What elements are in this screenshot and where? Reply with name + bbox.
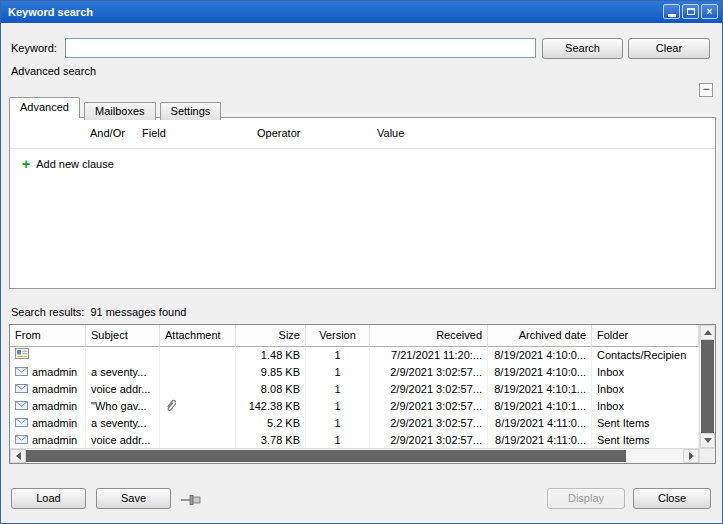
search-button[interactable]: Search bbox=[542, 38, 623, 59]
clause-col-field: Field bbox=[142, 127, 166, 139]
received-cell: 7/21/2021 11:20:... bbox=[370, 347, 488, 364]
folder-cell: Contacts/Recipien bbox=[592, 347, 699, 364]
window-title: Keyword search bbox=[8, 6, 93, 18]
tab-mailboxes[interactable]: Mailboxes bbox=[84, 102, 156, 120]
attachment-cell bbox=[160, 364, 236, 381]
column-header-received[interactable]: Received bbox=[370, 325, 488, 347]
table-row[interactable]: amadmin voice addr... 8.08 KB 1 2/9/2021… bbox=[10, 381, 699, 398]
folder-cell: Inbox bbox=[592, 364, 699, 381]
from-cell bbox=[10, 347, 86, 364]
pin-button[interactable] bbox=[180, 493, 204, 507]
close-button[interactable]: × bbox=[701, 4, 718, 19]
size-cell: 5.2 KB bbox=[236, 415, 306, 432]
folder-cell: Inbox bbox=[592, 381, 699, 398]
horizontal-scrollbar[interactable] bbox=[10, 448, 699, 463]
load-button[interactable]: Load bbox=[11, 488, 86, 509]
close-icon: × bbox=[707, 5, 713, 18]
subject-cell: "Who gav... bbox=[86, 398, 160, 415]
version-cell: 1 bbox=[306, 415, 370, 432]
minimize-button[interactable] bbox=[663, 4, 680, 19]
column-header-subject[interactable]: Subject bbox=[86, 325, 160, 347]
table-row[interactable]: 1.48 KB 1 7/21/2021 11:20:... 8/19/2021 … bbox=[10, 347, 699, 364]
subject-cell: a seventy... bbox=[86, 364, 160, 381]
tab-settings[interactable]: Settings bbox=[160, 102, 222, 120]
results-table: From Subject Attachment Size Version Rec… bbox=[9, 324, 716, 464]
collapse-section-button[interactable]: − bbox=[699, 83, 713, 97]
subject-cell: voice addr... bbox=[86, 432, 160, 448]
window-controls: × bbox=[663, 4, 718, 19]
results-summary: Search results:91 messages found bbox=[11, 306, 186, 318]
from-cell: amadmin bbox=[10, 415, 86, 432]
from-cell: amadmin bbox=[10, 381, 86, 398]
attachment-cell bbox=[160, 347, 236, 364]
subject-cell: a seventy... bbox=[86, 415, 160, 432]
keyword-input[interactable] bbox=[65, 38, 536, 58]
advanced-tab-panel: And/Or Field Operator Value +Add new cla… bbox=[9, 117, 716, 289]
envelope-icon bbox=[15, 381, 28, 398]
results-summary-value: 91 messages found bbox=[90, 306, 186, 318]
clause-col-operator: Operator bbox=[257, 127, 300, 139]
envelope-icon bbox=[15, 415, 28, 432]
folder-cell: Sent Items bbox=[592, 415, 699, 432]
version-cell: 1 bbox=[306, 364, 370, 381]
size-cell: 1.48 KB bbox=[236, 347, 306, 364]
from-text: amadmin bbox=[32, 415, 77, 432]
keyword-label: Keyword: bbox=[11, 42, 57, 54]
received-cell: 2/9/2021 3:02:57... bbox=[370, 381, 488, 398]
version-cell: 1 bbox=[306, 432, 370, 448]
table-row[interactable]: amadmin a seventy... 5.2 KB 1 2/9/2021 3… bbox=[10, 415, 699, 432]
arrow-right-icon bbox=[689, 452, 694, 460]
version-cell: 1 bbox=[306, 347, 370, 364]
size-cell: 9.85 KB bbox=[236, 364, 306, 381]
column-header-from[interactable]: From bbox=[10, 325, 86, 347]
results-header-row: From Subject Attachment Size Version Rec… bbox=[10, 325, 699, 347]
table-row[interactable]: amadmin voice addr... 3.78 KB 1 2/9/2021… bbox=[10, 432, 699, 448]
display-button[interactable]: Display bbox=[547, 488, 625, 509]
arrow-up-icon bbox=[704, 330, 712, 335]
scrollbar-corner bbox=[699, 448, 715, 463]
tab-advanced[interactable]: Advanced bbox=[9, 97, 80, 118]
save-button[interactable]: Save bbox=[96, 488, 171, 509]
column-header-size[interactable]: Size bbox=[236, 325, 306, 347]
column-header-attachment[interactable]: Attachment bbox=[160, 325, 236, 347]
column-header-archived[interactable]: Archived date bbox=[488, 325, 592, 347]
vertical-scroll-thumb[interactable] bbox=[701, 340, 714, 433]
table-row[interactable]: amadmin "Who gav... 142.38 KB 1 2/9/2021… bbox=[10, 398, 699, 415]
archived-cell: 8/19/2021 4:10:0... bbox=[488, 364, 592, 381]
archived-cell: 8/19/2021 4:10:0... bbox=[488, 347, 592, 364]
clause-header-row: And/Or Field Operator Value bbox=[10, 118, 715, 149]
envelope-icon bbox=[15, 364, 28, 381]
clear-button[interactable]: Clear bbox=[628, 38, 710, 59]
plus-icon: + bbox=[22, 156, 30, 172]
vertical-scrollbar[interactable] bbox=[699, 325, 715, 448]
column-header-version[interactable]: Version bbox=[306, 325, 370, 347]
table-row[interactable]: amadmin a seventy... 9.85 KB 1 2/9/2021 … bbox=[10, 364, 699, 381]
advanced-search-label[interactable]: Advanced search bbox=[11, 65, 96, 77]
from-text: amadmin bbox=[32, 381, 77, 398]
keyword-search-dialog: Keyword search × Keyword: Search Clear A… bbox=[0, 0, 723, 524]
archived-cell: 8/19/2021 4:11:0... bbox=[488, 415, 592, 432]
arrow-left-icon bbox=[16, 452, 21, 460]
from-cell: amadmin bbox=[10, 398, 86, 415]
horizontal-scroll-thumb[interactable] bbox=[26, 450, 626, 462]
from-text: amadmin bbox=[32, 364, 77, 381]
subject-cell: voice addr... bbox=[86, 381, 160, 398]
scroll-right-button[interactable] bbox=[683, 449, 699, 463]
contact-card-icon bbox=[15, 347, 29, 364]
paperclip-icon bbox=[165, 398, 176, 415]
from-text: amadmin bbox=[32, 432, 77, 448]
close-dialog-button[interactable]: Close bbox=[633, 488, 711, 509]
arrow-down-icon bbox=[704, 438, 712, 443]
minimize-icon bbox=[668, 14, 676, 17]
scroll-down-button[interactable] bbox=[700, 433, 715, 448]
scroll-up-button[interactable] bbox=[700, 325, 715, 340]
results-table-body: From Subject Attachment Size Version Rec… bbox=[10, 325, 699, 448]
archived-cell: 8/19/2021 4:10:1... bbox=[488, 398, 592, 415]
titlebar[interactable]: Keyword search × bbox=[1, 1, 722, 23]
clause-col-value: Value bbox=[377, 127, 404, 139]
from-text: amadmin bbox=[32, 398, 77, 415]
column-header-folder[interactable]: Folder bbox=[592, 325, 699, 347]
add-new-clause-link[interactable]: +Add new clause bbox=[22, 156, 114, 172]
maximize-button[interactable] bbox=[682, 4, 699, 19]
scroll-left-button[interactable] bbox=[10, 449, 26, 463]
